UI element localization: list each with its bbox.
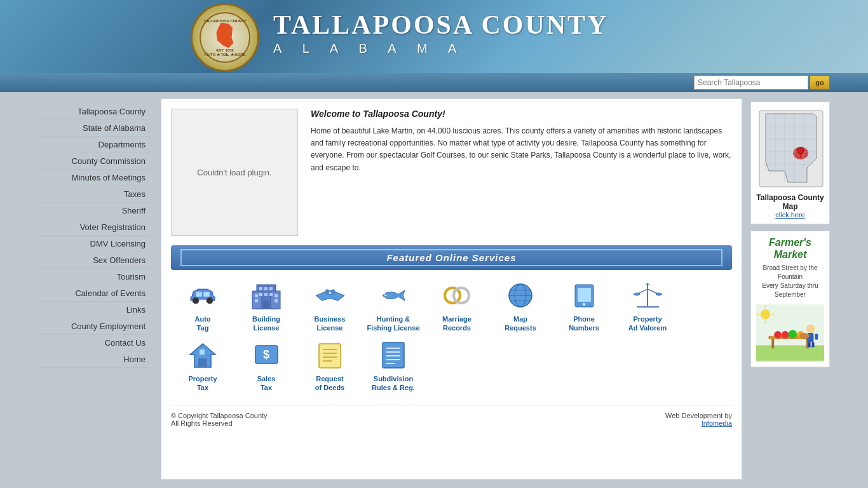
service-request-of-deeds[interactable]: Requestof Deeds	[301, 339, 358, 393]
map-link[interactable]: click here	[756, 211, 824, 219]
phone-icon	[567, 280, 602, 311]
sidebar-item-calendar-of-events[interactable]: Calendar of Events	[38, 285, 151, 302]
alabama-map	[756, 107, 826, 190]
svg-rect-8	[264, 287, 268, 290]
service-subdivision-rules[interactable]: SubdivisionRules & Reg.	[365, 339, 422, 393]
search-go-button[interactable]: go	[810, 76, 830, 90]
service-label-map-requests: MapRequests	[505, 315, 536, 333]
service-label-hunting-fishing-license: Hunting &Fishing License	[367, 315, 419, 333]
sidebar-item-links[interactable]: Links	[38, 302, 151, 318]
svg-rect-14	[255, 299, 258, 302]
site-title: TALLAPOOSA COUNTY A L A B A M A	[273, 10, 608, 56]
svg-rect-64	[756, 346, 824, 361]
svg-rect-11	[264, 293, 268, 296]
service-label-request-of-deeds: Requestof Deeds	[315, 374, 344, 393]
svg-rect-76	[808, 342, 811, 348]
featured-services-header: Featured Online Services	[171, 245, 732, 270]
service-label-marriage-records: MarriageRecords	[442, 315, 471, 333]
svg-rect-35	[198, 358, 207, 367]
sidebar-item-dmv-licensing[interactable]: DMV Licensing	[38, 236, 151, 252]
sidebar-item-contact-us[interactable]: Contact Us	[38, 335, 151, 351]
svg-rect-9	[269, 287, 273, 290]
search-input[interactable]	[694, 76, 808, 90]
svg-point-78	[799, 333, 810, 339]
sidebar: Tallapoosa CountyState of AlabamaDepartm…	[38, 92, 156, 486]
svg-point-61	[797, 147, 804, 154]
service-building-license[interactable]: BuildingLicense	[238, 280, 295, 333]
svg-rect-10	[259, 293, 262, 296]
main-wrapper: Tallapoosa CountyState of AlabamaDepartm…	[0, 92, 868, 486]
svg-point-79	[761, 309, 771, 320]
copyright: © Copyright Tallapoosa County	[171, 412, 268, 419]
service-business-license[interactable]: BusinessLicense	[301, 280, 358, 333]
svg-rect-44	[383, 342, 404, 368]
rules-icon	[376, 339, 411, 371]
rings-icon	[440, 280, 475, 311]
svg-point-1	[207, 297, 213, 304]
sidebar-item-county-commission[interactable]: County Commission	[38, 153, 151, 170]
search-bar: go	[0, 73, 868, 92]
service-label-property-ad-valorem: PropertyAd Valorem	[628, 315, 667, 333]
welcome-body: Home of beautiful Lake Martin, on 44,000…	[311, 125, 732, 174]
service-phone-numbers[interactable]: PhoneNumbers	[555, 280, 613, 333]
svg-rect-2	[196, 292, 202, 297]
house-icon	[186, 339, 220, 371]
sidebar-item-voter-registration[interactable]: Voter Registration	[38, 219, 151, 236]
fish-icon	[376, 280, 411, 311]
web-dev-label: Web Development by	[665, 412, 732, 419]
service-hunting-fishing-license[interactable]: Hunting &Fishing License	[365, 280, 422, 333]
plugin-message: Couldn't load plugin.	[197, 168, 271, 177]
sidebar-item-county-employment[interactable]: County Employment	[38, 318, 151, 335]
service-sales-tax[interactable]: $SalesTax	[238, 339, 295, 393]
service-label-subdivision-rules: SubdivisionRules & Reg.	[372, 374, 415, 393]
svg-rect-3	[203, 292, 210, 297]
county-seal: TALLAPOOSA COUNTY EST. 1832 FAITH ★ TOIL…	[191, 3, 261, 73]
featured-services: Featured Online Services AutoTagBuilding…	[171, 245, 732, 392]
right-sidebar: Tallapoosa County Map click here Farmer'…	[747, 92, 830, 486]
welcome-heading: Welcome to Tallapoosa County!	[311, 109, 732, 119]
farmers-line1: Broad Street by the Fountain	[763, 264, 817, 280]
svg-rect-12	[269, 293, 273, 296]
sidebar-item-minutes-of-meetings[interactable]: Minutes of Meetings	[38, 170, 151, 186]
sidebar-item-sex-offenders[interactable]: Sex Offenders	[38, 252, 151, 269]
sidebar-item-tourism[interactable]: Tourism	[38, 269, 151, 285]
service-auto-tag[interactable]: AutoTag	[174, 280, 231, 333]
service-property-tax[interactable]: PropertyTax	[174, 339, 231, 393]
service-marriage-records[interactable]: MarriageRecords	[428, 280, 485, 333]
svg-rect-7	[259, 287, 262, 290]
farmers-market-section: Farmer's Market Broad Street by the Foun…	[750, 231, 830, 367]
site-header: TALLAPOOSA COUNTY EST. 1832 FAITH ★ TOIL…	[0, 0, 868, 73]
sidebar-item-departments[interactable]: Departments	[38, 137, 151, 153]
plugin-area: Couldn't load plugin.	[171, 109, 298, 236]
sidebar-item-sheriff[interactable]: Sheriff	[38, 203, 151, 219]
sidebar-item-state-of-alabama[interactable]: State of Alabama	[38, 120, 151, 137]
service-label-business-license: BusinessLicense	[315, 315, 346, 333]
svg-point-68	[774, 331, 782, 339]
farmers-market-title: Farmer's Market	[756, 236, 824, 261]
content-footer: © Copyright Tallapoosa County All Rights…	[171, 405, 732, 427]
footer-right: Web Development by Infomedia	[665, 412, 732, 427]
svg-rect-39	[319, 344, 341, 368]
svg-rect-16	[275, 299, 278, 302]
svg-marker-33	[646, 283, 649, 285]
svg-text:$: $	[262, 348, 269, 361]
svg-rect-27	[578, 288, 591, 302]
county-name: TALLAPOOSA COUNTY	[273, 10, 608, 40]
svg-rect-17	[263, 301, 269, 309]
farmers-market-image	[756, 304, 824, 362]
svg-point-69	[782, 331, 789, 339]
service-label-property-tax: PropertyTax	[188, 374, 217, 393]
sidebar-item-taxes[interactable]: Taxes	[38, 186, 151, 203]
state-name: A L A B A M A	[273, 41, 608, 56]
building-icon	[249, 280, 284, 311]
service-label-building-license: BuildingLicense	[252, 315, 280, 333]
service-label-sales-tax: SalesTax	[257, 374, 276, 393]
sidebar-item-home[interactable]: Home	[38, 351, 151, 368]
infomedia-link[interactable]: Infomedia	[702, 419, 732, 427]
svg-rect-36	[200, 349, 205, 355]
map-title: Tallapoosa County Map	[756, 193, 824, 211]
service-property-ad-valorem[interactable]: PropertyAd Valorem	[619, 280, 676, 333]
sidebar-item-tallapoosa-county[interactable]: Tallapoosa County	[38, 102, 151, 120]
scroll-icon	[313, 339, 348, 371]
service-map-requests[interactable]: MapRequests	[492, 280, 549, 333]
